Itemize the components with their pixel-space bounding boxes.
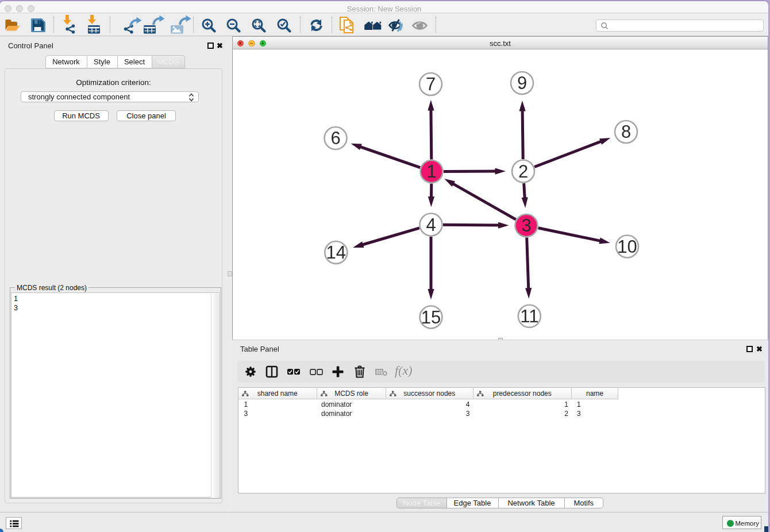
svg-text:1: 1 (426, 161, 436, 182)
svg-text:3: 3 (521, 215, 531, 236)
svg-text:6: 6 (330, 128, 340, 148)
svg-text:9: 9 (517, 73, 527, 93)
svg-text:15: 15 (421, 307, 441, 327)
svg-text:4: 4 (426, 215, 436, 235)
svg-text:2: 2 (518, 161, 528, 182)
svg-text:7: 7 (426, 74, 436, 94)
svg-text:f(x): f(x) (395, 364, 413, 377)
svg-text:8: 8 (621, 122, 631, 142)
svg-text:14: 14 (326, 242, 346, 263)
svg-text:10: 10 (617, 237, 637, 257)
svg-text:11: 11 (520, 306, 538, 326)
